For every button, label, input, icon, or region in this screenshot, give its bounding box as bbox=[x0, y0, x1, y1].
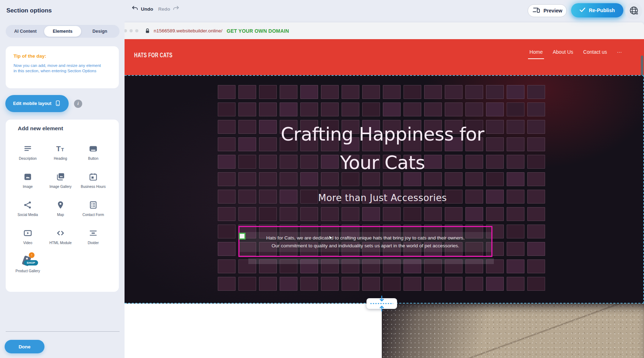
hero-section[interactable]: Crafting Happiness for Your Cats More th… bbox=[121, 75, 644, 304]
hero-tile bbox=[486, 277, 504, 291]
selected-description-element[interactable]: Hats for Cats, we are dedicated to craft… bbox=[238, 226, 492, 257]
text-lines-icon bbox=[23, 141, 32, 156]
tab-design[interactable]: Design bbox=[81, 26, 118, 37]
drag-handle[interactable] bbox=[239, 233, 246, 239]
description-hover-strip bbox=[248, 258, 494, 264]
add-element-button[interactable]: Button bbox=[79, 137, 107, 165]
check-icon bbox=[580, 7, 585, 13]
hero-tile bbox=[259, 102, 277, 116]
sidebar-divider bbox=[6, 331, 120, 332]
site-preview-window: n1566589.websitebuilder.online/ GET YOUR… bbox=[121, 22, 644, 358]
hero-tile bbox=[424, 102, 442, 116]
hero-tile bbox=[383, 102, 401, 116]
language-globe-button[interactable] bbox=[625, 2, 642, 20]
section-resize-handle[interactable] bbox=[366, 298, 397, 309]
edit-mobile-layout-button[interactable]: Edit mobile layout bbox=[5, 95, 69, 112]
hero-tile bbox=[300, 85, 318, 99]
hero-tile bbox=[280, 277, 297, 291]
get-domain-link[interactable]: GET YOUR OWN DOMAIN bbox=[227, 28, 289, 34]
hero-tile bbox=[465, 277, 483, 291]
panel-tabs: AI Content Elements Design bbox=[6, 25, 120, 38]
tab-ai-content[interactable]: AI Content bbox=[7, 26, 44, 37]
nav-item-aboutus[interactable]: About Us bbox=[553, 49, 573, 57]
add-element-image-gallery[interactable]: Image Gallery bbox=[46, 165, 75, 193]
add-element-business-hours[interactable]: Business Hours bbox=[79, 165, 107, 193]
add-element-video[interactable]: Video bbox=[14, 221, 42, 249]
hero-description[interactable]: Hats for Cats, we are dedicated to craft… bbox=[239, 234, 491, 250]
hero-tile bbox=[259, 207, 277, 221]
panel-title: Section options bbox=[6, 7, 52, 14]
hero-tile bbox=[321, 85, 339, 99]
next-section-left[interactable] bbox=[121, 304, 382, 358]
add-element-label: Button bbox=[88, 156, 99, 161]
hero-tile bbox=[280, 85, 297, 99]
add-element-product-gallery[interactable]: ↑SHOPProduct Gallery bbox=[14, 249, 42, 278]
add-element-contact-form[interactable]: Contact Form bbox=[79, 193, 107, 221]
hero-tile bbox=[507, 207, 524, 221]
info-icon[interactable]: i bbox=[74, 100, 82, 108]
lock-icon bbox=[145, 28, 150, 33]
add-element-label: Description bbox=[19, 156, 37, 161]
devices-icon bbox=[532, 7, 541, 15]
hero-tile bbox=[486, 102, 504, 116]
add-element-html-module[interactable]: HTML Module bbox=[46, 221, 75, 249]
add-element-divider[interactable]: Divider bbox=[79, 221, 107, 249]
hero-tile bbox=[300, 207, 318, 221]
pavement-image[interactable] bbox=[382, 304, 644, 358]
undo-button[interactable]: Undo bbox=[132, 6, 153, 12]
site-header[interactable]: HATS FOR CATS HomeAbout UsContact us··· bbox=[121, 39, 644, 75]
element-grid: DescriptionTTHeadingButtonImageImage Gal… bbox=[14, 137, 112, 278]
hero-tile bbox=[218, 242, 236, 256]
hero-tile bbox=[465, 102, 483, 116]
redo-icon bbox=[173, 6, 179, 12]
svg-text:T: T bbox=[56, 144, 61, 153]
hero-tile bbox=[403, 102, 421, 116]
preview-button[interactable]: Preview bbox=[528, 4, 567, 17]
hero-tile bbox=[527, 259, 545, 273]
hero-tile bbox=[238, 85, 256, 99]
done-button[interactable]: Done bbox=[5, 340, 44, 353]
hero-subtitle[interactable]: More than Just Accessories bbox=[121, 193, 644, 203]
add-element-label: Business Hours bbox=[81, 184, 106, 189]
hero-tile bbox=[383, 277, 401, 291]
add-element-heading[interactable]: TTHeading bbox=[46, 137, 75, 165]
nav-item-contactus[interactable]: Contact us bbox=[583, 49, 607, 57]
add-element-label: HTML Module bbox=[49, 241, 72, 245]
hero-tile bbox=[527, 85, 545, 99]
phone-icon bbox=[55, 99, 61, 109]
share-icon bbox=[23, 198, 32, 212]
tip-heading: Tip of the day: bbox=[14, 53, 111, 59]
add-element-image[interactable]: Image bbox=[14, 165, 42, 193]
preview-scrollbar[interactable] bbox=[641, 56, 643, 77]
hero-tile bbox=[321, 277, 339, 291]
hero-tile bbox=[383, 207, 401, 221]
hero-tile bbox=[321, 207, 339, 221]
heading-icon: TT bbox=[56, 141, 65, 156]
hero-tile bbox=[507, 102, 524, 116]
nav-item-home[interactable]: Home bbox=[529, 49, 543, 57]
site-logo[interactable]: HATS FOR CATS bbox=[134, 52, 173, 59]
hero-tile bbox=[403, 85, 421, 99]
tab-elements[interactable]: Elements bbox=[44, 26, 81, 37]
add-element-description[interactable]: Description bbox=[14, 137, 42, 165]
add-element-map[interactable]: Map bbox=[46, 193, 75, 221]
hero-tile bbox=[280, 207, 297, 221]
image-icon bbox=[23, 169, 32, 184]
add-element-label: Map bbox=[57, 212, 64, 217]
tip-of-the-day-card: Tip of the day: Now you can add, move an… bbox=[6, 46, 119, 88]
hero-tile bbox=[383, 85, 401, 99]
hero-tile bbox=[527, 225, 545, 238]
add-element-social-media[interactable]: Social Media bbox=[14, 193, 42, 221]
hero-tile bbox=[424, 277, 442, 291]
hero-tile bbox=[527, 207, 545, 221]
republish-button[interactable]: Re-Publish bbox=[571, 3, 623, 17]
redo-button[interactable]: Redo bbox=[158, 6, 180, 12]
hero-tile bbox=[527, 102, 545, 116]
calendar-icon bbox=[89, 169, 98, 184]
video-icon bbox=[23, 226, 32, 241]
hero-tile bbox=[445, 207, 463, 221]
hero-tile bbox=[300, 277, 318, 291]
site-url[interactable]: n1566589.websitebuilder.online/ bbox=[154, 28, 222, 33]
hero-title[interactable]: Crafting Happiness for Your Cats bbox=[121, 120, 644, 177]
nav-more-menu[interactable]: ··· bbox=[617, 49, 622, 57]
